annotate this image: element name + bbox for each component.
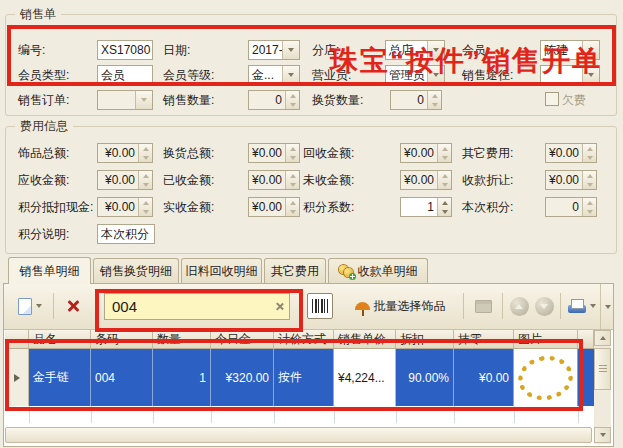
- tab-label: 旧料回收明细: [186, 263, 258, 280]
- cell-image[interactable]: [514, 349, 578, 406]
- other-fee-spinner[interactable]: ¥0.00: [545, 143, 597, 163]
- cell-filler: [578, 349, 594, 406]
- member-combobox[interactable]: 陈建: [540, 40, 600, 60]
- chevron-down-icon[interactable]: [582, 66, 599, 84]
- tab-label: 销售单明细: [20, 263, 80, 280]
- chevron-down-icon[interactable]: [427, 66, 444, 84]
- grid-line: [211, 406, 212, 423]
- items-total-label: 饰品总额:: [18, 143, 69, 163]
- member-type-input[interactable]: 会员: [97, 65, 153, 85]
- cell-unit-price-editing[interactable]: ¥4,224...: [334, 349, 396, 406]
- allowance-spinner[interactable]: ¥0.00: [545, 170, 597, 190]
- received-label: 已收金额:: [163, 170, 214, 190]
- order-no-label: 编号:: [18, 40, 45, 60]
- chevron-down-icon[interactable]: [282, 66, 299, 84]
- cell-discount[interactable]: 90.00%: [396, 349, 454, 406]
- delete-item-button[interactable]: [58, 291, 88, 321]
- col-header-rounding[interactable]: 抹零: [454, 330, 514, 349]
- delete-x-icon: [66, 299, 80, 313]
- points-cash-spinner[interactable]: ¥0.00: [97, 197, 153, 217]
- col-header-name[interactable]: 品名: [29, 330, 91, 349]
- col-header-image[interactable]: 图片: [514, 330, 578, 349]
- col-header-gold-price[interactable]: 今日金…: [211, 330, 274, 349]
- cell-rounding[interactable]: ¥0.00: [454, 349, 514, 406]
- barcode-search-input[interactable]: 004: [104, 293, 290, 320]
- clerk-label: 营业员:: [312, 65, 351, 85]
- print-button[interactable]: [564, 291, 600, 321]
- date-label: 日期:: [163, 40, 190, 60]
- chevron-down-icon: [590, 304, 596, 308]
- cell-barcode[interactable]: 004: [91, 349, 153, 406]
- received-spinner[interactable]: ¥0.00: [248, 170, 300, 190]
- cell-qty[interactable]: 1: [153, 349, 211, 406]
- channel-label: 销售途径:: [462, 65, 513, 85]
- tab-receipt-detail[interactable]: 收款单明细: [328, 258, 428, 283]
- cell-pricing[interactable]: 按件: [274, 349, 334, 406]
- exchange-total-spinner[interactable]: ¥0.00: [248, 143, 300, 163]
- tab-other-fee[interactable]: 其它费用: [264, 258, 326, 283]
- points-cash-label: 积分抵扣现金:: [18, 197, 93, 217]
- points-factor-spinner[interactable]: 1: [400, 197, 452, 217]
- col-header-barcode[interactable]: 条码: [91, 330, 153, 349]
- scroll-up-button[interactable]: [594, 330, 611, 346]
- chevron-down-icon[interactable]: [282, 41, 299, 59]
- col-header-pricing[interactable]: 计价方式: [274, 330, 334, 349]
- receivable-spinner[interactable]: ¥0.00: [97, 170, 153, 190]
- arrears-checkbox[interactable]: [545, 92, 559, 106]
- clerk-combobox[interactable]: 管理员: [385, 65, 445, 85]
- scrollbar-thumb[interactable]: [594, 348, 611, 390]
- spinner-arrows-icon: [285, 171, 299, 189]
- fee-group-title: 费用信息: [15, 118, 73, 135]
- member-level-combobox[interactable]: 金...: [248, 65, 300, 85]
- col-header-unit-price[interactable]: 销售单价: [334, 330, 396, 349]
- chevron-down-icon[interactable]: [427, 41, 444, 59]
- toolbar-separator: [560, 293, 561, 319]
- items-total-spinner[interactable]: ¥0.00: [97, 143, 153, 163]
- points-note-input[interactable]: 本次积分: [97, 224, 155, 244]
- scroll-down-button[interactable]: [594, 427, 611, 443]
- channel-value: [541, 66, 582, 84]
- current-points-spinner[interactable]: 0: [545, 197, 597, 217]
- toolbar-separator: [53, 293, 54, 319]
- unreceived-value: ¥0.00: [401, 171, 437, 189]
- date-combobox[interactable]: 2017-0: [248, 40, 300, 60]
- spinner-arrows-icon[interactable]: [437, 198, 451, 216]
- branch-combobox[interactable]: 总店: [385, 40, 445, 60]
- new-item-button[interactable]: [12, 291, 48, 321]
- grid-line: [514, 406, 515, 423]
- cell-name[interactable]: 金手链: [29, 349, 91, 406]
- actual-received-spinner[interactable]: ¥0.00: [248, 197, 300, 217]
- spinner-arrows-icon: [427, 91, 441, 109]
- copy-row-button[interactable]: [468, 291, 498, 321]
- horizontal-scrollbar[interactable]: [5, 427, 592, 443]
- col-header-discount[interactable]: 折扣: [396, 330, 454, 349]
- batch-select-button[interactable]: 批量选择饰品: [341, 291, 459, 321]
- cell-gold-price[interactable]: ¥320.00: [211, 349, 274, 406]
- chevron-down-icon[interactable]: [582, 41, 599, 59]
- col-header-qty[interactable]: 数量: [153, 330, 211, 349]
- sales-qty-spinner[interactable]: 0: [248, 90, 300, 110]
- move-down-button[interactable]: [532, 291, 556, 321]
- channel-combobox[interactable]: [540, 65, 600, 85]
- recycle-amount-spinner[interactable]: ¥0.00: [400, 143, 452, 163]
- sales-order-combobox[interactable]: [97, 90, 153, 110]
- tab-sales-detail[interactable]: 销售单明细: [8, 257, 91, 284]
- toolbar-overflow-button[interactable]: [600, 284, 614, 329]
- sales-order-value: [98, 91, 135, 109]
- move-up-button[interactable]: [507, 291, 531, 321]
- tab-recycle-detail[interactable]: 旧料回收明细: [181, 258, 262, 283]
- actual-received-value: ¥0.00: [249, 198, 285, 216]
- arrears-label: 欠费: [562, 90, 586, 110]
- row-indicator-cell[interactable]: [5, 349, 29, 406]
- barcode-scan-button[interactable]: [307, 293, 333, 319]
- tab-exchange-detail[interactable]: 销售换货明细: [93, 258, 179, 283]
- order-no-input[interactable]: XS17080: [97, 40, 153, 60]
- unreceived-spinner[interactable]: ¥0.00: [400, 170, 452, 190]
- clerk-value: 管理员: [386, 66, 427, 84]
- exchange-qty-spinner[interactable]: 0: [390, 90, 442, 110]
- clear-search-icon[interactable]: [275, 302, 284, 311]
- other-fee-value: ¥0.00: [546, 144, 582, 162]
- receivable-value: ¥0.00: [98, 171, 138, 189]
- new-document-icon: [18, 298, 32, 315]
- barcode-icon: [312, 299, 328, 313]
